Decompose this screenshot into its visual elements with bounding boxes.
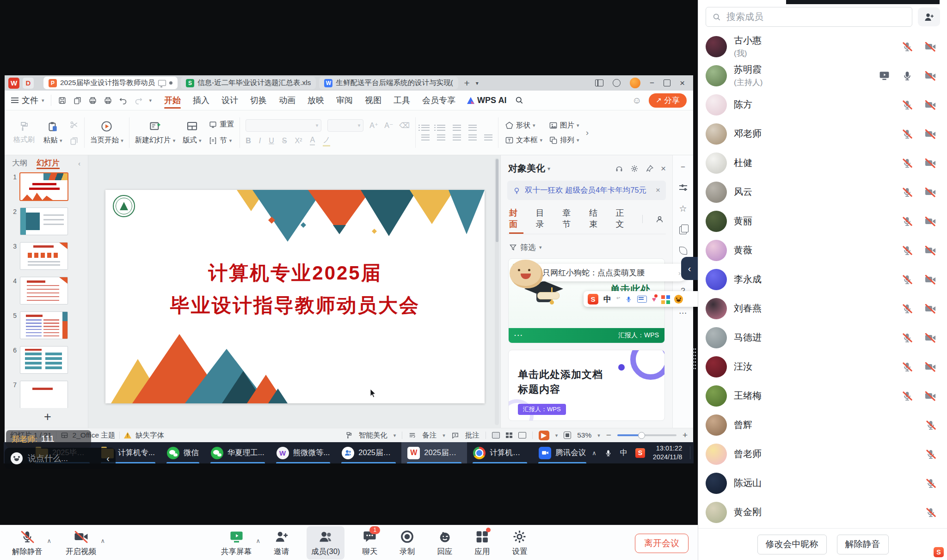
chevron-up-icon[interactable]: ∧ xyxy=(256,537,260,544)
copy-icon[interactable] xyxy=(69,136,79,146)
cut-icon[interactable] xyxy=(69,120,79,129)
my-templates-icon[interactable] xyxy=(655,215,664,224)
member-list-item[interactable]: 马德进 xyxy=(698,323,947,352)
reset-slide-button[interactable]: 重置 xyxy=(209,119,234,131)
ad-toast[interactable]: 养只网红小狗蛇：点点卖萌叉腰 › xyxy=(527,264,688,281)
menu-tab-放映[interactable]: 放映 xyxy=(301,91,330,110)
slide-layout-button[interactable]: 版式 ▾ xyxy=(180,120,204,145)
menu-tab-插入[interactable]: 插入 xyxy=(187,91,215,110)
ime-punctuation-icon[interactable]: °’ xyxy=(616,296,620,303)
wps-network-icon[interactable] xyxy=(613,79,621,87)
add-slide-button[interactable]: + xyxy=(5,408,88,428)
menu-tab-视图[interactable]: 视图 xyxy=(359,91,387,110)
meeting-button-共享屏幕[interactable]: 共享屏幕∧ xyxy=(216,526,256,560)
document-tab-2[interactable]: S 信息-近二年毕业设计选题汇总表.xls xyxy=(181,77,316,89)
ime-keyboard-icon[interactable] xyxy=(637,296,647,303)
bold-button[interactable]: B xyxy=(246,137,251,145)
member-list-item[interactable]: 黄薇 xyxy=(698,236,947,265)
font-color-button[interactable]: A xyxy=(310,136,315,146)
member-list-item[interactable]: 汪汝 xyxy=(698,352,947,381)
panel-drag-grip[interactable] xyxy=(692,347,696,370)
slide-thumbnail[interactable] xyxy=(20,277,68,304)
slide-thumbnail[interactable] xyxy=(20,381,68,408)
tray-mic-icon[interactable] xyxy=(604,449,612,457)
chevron-up-icon[interactable]: ∧ xyxy=(47,537,51,544)
emoji-icon[interactable] xyxy=(11,452,23,464)
menu-tab-动画[interactable]: 动画 xyxy=(273,91,301,110)
slide-thumbnail[interactable] xyxy=(20,242,68,270)
slide-canvas[interactable]: 计算机专业2025届 毕业设计指导教师动员大会 xyxy=(88,155,500,428)
meeting-button-应用[interactable]: 应用 xyxy=(470,526,494,560)
slide-page[interactable]: 计算机专业2025届 毕业设计指导教师动员大会 xyxy=(105,190,485,403)
missing-font-warning[interactable]: 缺失字体 xyxy=(135,431,164,440)
meeting-chat-quick-input[interactable]: 说点什么... ‹ xyxy=(5,448,116,469)
align-right-icon[interactable] xyxy=(453,134,461,140)
reading-view-icon[interactable] xyxy=(518,432,526,438)
slide-thumbnail-row[interactable]: 1 xyxy=(5,173,88,207)
meeting-button-设置[interactable]: 设置 xyxy=(507,526,532,560)
sogou-logo-icon[interactable]: S xyxy=(588,294,598,304)
tab-list-dropdown-icon[interactable]: ▾ xyxy=(476,80,479,86)
line-spacing-icon[interactable] xyxy=(484,134,492,140)
member-list-item[interactable]: 黄金刚 xyxy=(698,498,947,527)
taskbar-item-8[interactable]: 计算机系-... xyxy=(467,442,533,463)
zoom-in-button[interactable]: + xyxy=(683,430,688,440)
menu-tab-切换[interactable]: 切换 xyxy=(244,91,273,110)
ime-voice-icon[interactable] xyxy=(625,296,632,303)
insert-shape-button[interactable]: 形状▾ xyxy=(505,120,542,131)
zoom-out-button[interactable]: − xyxy=(606,430,611,440)
member-list-item[interactable]: 陈远山 xyxy=(698,469,947,498)
underline-button[interactable]: U xyxy=(269,137,274,145)
leave-meeting-button[interactable]: 离开会议 xyxy=(635,534,689,553)
meeting-button-聊天[interactable]: 聊天1 xyxy=(357,526,382,560)
format-painter-button[interactable]: 格式刷 xyxy=(12,121,36,145)
more-tools-icon[interactable]: ⋯ xyxy=(679,308,687,318)
slide-thumbnail[interactable] xyxy=(20,173,68,201)
canvas-scrollbar[interactable] xyxy=(495,158,499,425)
menu-tab-会员专享[interactable]: 会员专享 xyxy=(416,91,461,110)
slide-title-line2[interactable]: 毕业设计指导教师动员大会 xyxy=(105,292,485,318)
print-preview-icon[interactable] xyxy=(104,96,112,105)
quick-toolbar-dropdown-icon[interactable]: ▾ xyxy=(149,97,152,103)
normal-view-icon[interactable] xyxy=(492,432,500,438)
chat-input-placeholder[interactable]: 说点什么... xyxy=(28,453,101,464)
clear-format-icon[interactable]: ⌫ xyxy=(399,121,410,130)
close-panel-icon[interactable]: × xyxy=(661,164,666,174)
nature-theme-icon[interactable] xyxy=(679,247,687,255)
member-list-item[interactable]: 王绪梅 xyxy=(698,381,947,410)
beautify-tab-章节[interactable]: 章节 xyxy=(562,207,577,234)
sorter-view-icon[interactable] xyxy=(506,432,512,438)
slide-thumbnail-row[interactable]: 7 xyxy=(5,381,88,408)
beautify-tab-正文[interactable]: 正文 xyxy=(616,207,630,234)
taskbar-item-4[interactable]: 华夏理工... xyxy=(205,442,271,463)
indent-icon[interactable] xyxy=(468,125,477,131)
fit-slide-icon[interactable] xyxy=(564,432,571,439)
slide-thumbnail[interactable] xyxy=(20,207,68,235)
ime-indicator[interactable]: 中 xyxy=(620,448,627,458)
ime-emoji-icon[interactable] xyxy=(674,295,683,304)
workspace-layout-icon[interactable] xyxy=(595,79,603,86)
wps-ai-button[interactable]: WPS AI xyxy=(461,96,512,105)
share-button[interactable]: ↗分享 xyxy=(649,93,687,108)
menu-tab-设计[interactable]: 设计 xyxy=(215,91,244,110)
insert-textbox-button[interactable]: 文本框▾ xyxy=(505,134,542,146)
slide-thumbnail[interactable] xyxy=(20,346,68,374)
file-menu[interactable]: 文件▾ xyxy=(11,95,51,106)
new-slide-button[interactable]: 新建幻灯片 ▾ xyxy=(135,120,175,145)
filter-button[interactable]: 筛选▾ xyxy=(501,234,672,258)
ime-chinese-mode[interactable]: 中 xyxy=(603,294,611,304)
sogou-ime-toolbar[interactable]: S 中 °’ ♥ xyxy=(584,291,706,307)
meeting-button-邀请[interactable]: 邀请 xyxy=(269,526,294,560)
member-list-item[interactable]: 杜健 xyxy=(698,148,947,177)
paste-button[interactable]: 粘贴 ▾ xyxy=(41,121,65,145)
window-minimize-button[interactable]: − xyxy=(650,79,654,88)
member-list-item[interactable]: 邓老师 xyxy=(698,119,947,148)
menu-tab-开始[interactable]: 开始 xyxy=(158,91,187,110)
ad-toast-close-icon[interactable]: › xyxy=(678,269,681,277)
beautify-tab-目录[interactable]: 目录 xyxy=(536,207,550,234)
ribbon-expand-icon[interactable]: › xyxy=(584,113,590,152)
slide-title-line1[interactable]: 计算机专业2025届 xyxy=(105,260,485,286)
taskbar-item-7[interactable]: W 2025届毕... xyxy=(401,442,467,463)
tab-slides[interactable]: 幻灯片 xyxy=(37,155,60,171)
print-icon[interactable] xyxy=(88,96,97,105)
